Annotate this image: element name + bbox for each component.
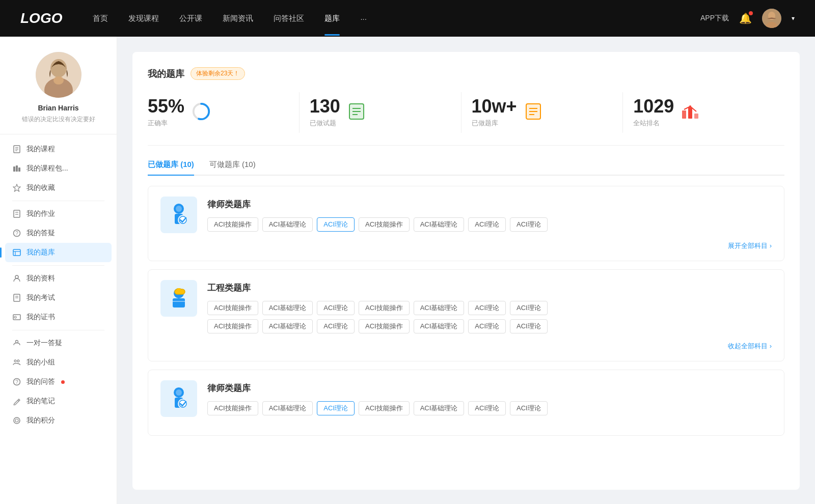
tab-available-banks[interactable]: 可做题库 (10) — [209, 160, 256, 175]
tag-2-3[interactable]: ACI技能操作 — [359, 301, 410, 315]
sidebar-item-my-questions[interactable]: ? 我的问答 — [5, 372, 112, 391]
sidebar-item-my-group[interactable]: 我的小组 — [5, 353, 112, 372]
sidebar-item-my-qa[interactable]: ? 我的答疑 — [5, 223, 112, 243]
tag-3-4[interactable]: ACI基础理论 — [414, 401, 465, 415]
nav-more[interactable]: ··· — [360, 14, 367, 23]
tag-1-4[interactable]: ACI基础理论 — [414, 217, 465, 232]
tag-2-2[interactable]: ACI理论 — [317, 301, 355, 315]
tag-2-11[interactable]: ACI基础理论 — [414, 319, 465, 333]
group-icon — [12, 358, 21, 367]
question-bank-icon — [12, 248, 21, 257]
content-inner: 我的题库 体验剩余23天！ 55% 正确率 — [132, 52, 800, 490]
stat-done-banks-number: 10w+ — [472, 97, 517, 116]
nav-discover[interactable]: 发现课程 — [128, 14, 159, 23]
sidebar-item-my-profile[interactable]: 我的资料 — [5, 269, 112, 288]
tag-1-6[interactable]: ACI理论 — [510, 217, 548, 232]
sidebar-item-my-cert[interactable]: 我的证书 — [5, 307, 112, 327]
menu-divider-2 — [12, 265, 104, 266]
svg-rect-51 — [688, 107, 692, 119]
nav-qa[interactable]: 问答社区 — [274, 14, 304, 23]
svg-rect-50 — [682, 110, 686, 119]
tags-row-2-1: ACI技能操作 ACI基础理论 ACI理论 ACI技能操作 ACI基础理论 AC… — [207, 301, 772, 315]
notification-bell[interactable]: 🔔 — [739, 12, 752, 24]
tags-row-1: ACI技能操作 ACI基础理论 ACI理论 ACI技能操作 ACI基础理论 AC… — [207, 217, 772, 232]
tag-2-10[interactable]: ACI技能操作 — [359, 319, 410, 333]
tabs-row: 已做题库 (10) 可做题库 (10) — [148, 160, 784, 176]
sidebar-item-my-notes[interactable]: 我的笔记 — [5, 391, 112, 411]
profile-icon — [12, 274, 21, 283]
stat-done-banks-text: 10w+ 已做题库 — [472, 97, 517, 128]
sidebar-item-my-points[interactable]: 我的积分 — [5, 411, 112, 430]
user-chevron-icon[interactable]: ▾ — [792, 15, 795, 22]
tag-2-9[interactable]: ACI理论 — [317, 319, 355, 333]
tag-1-5[interactable]: ACI理论 — [468, 217, 506, 232]
sidebar-label-my-favorites: 我的收藏 — [26, 183, 55, 192]
sidebar-label-my-group: 我的小组 — [26, 358, 55, 367]
svg-point-35 — [14, 417, 20, 424]
stats-row: 55% 正确率 130 已做试题 — [148, 92, 784, 146]
tag-3-6[interactable]: ACI理论 — [510, 401, 548, 415]
svg-rect-52 — [694, 114, 698, 119]
sidebar-label-my-questions: 我的问答 — [26, 377, 55, 386]
cert-icon — [12, 313, 21, 322]
svg-point-39 — [197, 107, 205, 115]
tag-2-8[interactable]: ACI基础理论 — [262, 319, 313, 333]
sidebar-item-my-course[interactable]: 我的课程 — [5, 139, 112, 159]
exam-icon — [12, 293, 21, 302]
tag-2-13[interactable]: ACI理论 — [510, 319, 548, 333]
tab-done-banks[interactable]: 已做题库 (10) — [148, 160, 194, 175]
tag-2-7[interactable]: ACI技能操作 — [207, 319, 258, 333]
stat-done-questions-text: 130 已做试题 — [310, 97, 340, 128]
done-banks-icon — [524, 102, 542, 123]
nav-open-course[interactable]: 公开课 — [179, 14, 202, 23]
stat-done-questions-number: 130 — [310, 97, 340, 116]
nav-question-bank[interactable]: 题库 — [324, 14, 340, 23]
tag-2-4[interactable]: ACI基础理论 — [414, 301, 465, 315]
tag-2-0[interactable]: ACI技能操作 — [207, 301, 258, 315]
stat-accuracy-label: 正确率 — [148, 119, 184, 128]
sidebar-item-my-question-bank[interactable]: 我的题库 — [5, 243, 112, 262]
tag-2-12[interactable]: ACI理论 — [468, 319, 506, 333]
expand-button-1[interactable]: 展开全部科目 › — [160, 241, 772, 250]
stat-ranking: 1029 全站排名 — [623, 92, 784, 133]
tag-1-0[interactable]: ACI技能操作 — [207, 217, 258, 232]
tag-2-6[interactable]: ACI理论 — [510, 301, 548, 315]
tags-row-3: ACI技能操作 ACI基础理论 ACI理论 ACI技能操作 ACI基础理论 AC… — [207, 401, 772, 415]
sidebar-item-my-exam[interactable]: 我的考试 — [5, 288, 112, 307]
tag-1-2[interactable]: ACI理论 — [317, 217, 355, 232]
tag-2-1[interactable]: ACI基础理论 — [262, 301, 313, 315]
one-on-one-icon — [12, 339, 21, 348]
bank-card-lawyer-2: 律师类题库 ACI技能操作 ACI基础理论 ACI理论 ACI技能操作 ACI基… — [148, 370, 784, 436]
user-avatar[interactable] — [762, 9, 781, 28]
sidebar-item-my-favorites[interactable]: 我的收藏 — [5, 178, 112, 198]
tag-3-5[interactable]: ACI理论 — [468, 401, 506, 415]
bank-title-1: 律师类题库 — [207, 199, 772, 210]
notification-dot — [749, 11, 753, 15]
bank-info-1: 律师类题库 ACI技能操作 ACI基础理论 ACI理论 ACI技能操作 ACI基… — [207, 197, 772, 232]
bank-card-engineer: 工程类题库 ACI技能操作 ACI基础理论 ACI理论 ACI技能操作 ACI基… — [148, 269, 784, 361]
stat-ranking-label: 全站排名 — [633, 119, 674, 128]
sidebar-item-my-homework[interactable]: 我的作业 — [5, 204, 112, 223]
sidebar-item-my-course-pkg[interactable]: 我的课程包... — [5, 159, 112, 178]
tag-3-0[interactable]: ACI技能操作 — [207, 401, 258, 415]
qa-icon: ? — [12, 229, 21, 238]
tag-2-5[interactable]: ACI理论 — [468, 301, 506, 315]
tag-3-1[interactable]: ACI基础理论 — [262, 401, 313, 415]
bank-card-header-3: 律师类题库 ACI技能操作 ACI基础理论 ACI理论 ACI技能操作 ACI基… — [160, 380, 772, 417]
svg-marker-14 — [13, 184, 20, 191]
app-download-link[interactable]: APP下载 — [700, 14, 729, 23]
bank-title-2: 工程类题库 — [207, 282, 772, 294]
svg-text:?: ? — [15, 379, 18, 385]
svg-rect-11 — [13, 166, 15, 172]
collapse-button-2[interactable]: 收起全部科目 › — [160, 342, 772, 351]
svg-point-6 — [53, 76, 64, 85]
sidebar-item-one-on-one[interactable]: 一对一答疑 — [5, 333, 112, 353]
nav-home[interactable]: 首页 — [93, 14, 108, 23]
tag-3-2[interactable]: ACI理论 — [317, 401, 355, 415]
svg-line-34 — [18, 400, 19, 401]
nav-news[interactable]: 新闻资讯 — [223, 14, 253, 23]
tag-3-3[interactable]: ACI技能操作 — [359, 401, 410, 415]
tag-1-3[interactable]: ACI技能操作 — [359, 217, 410, 232]
page-title: 我的题库 — [148, 68, 184, 80]
tag-1-1[interactable]: ACI基础理论 — [262, 217, 313, 232]
